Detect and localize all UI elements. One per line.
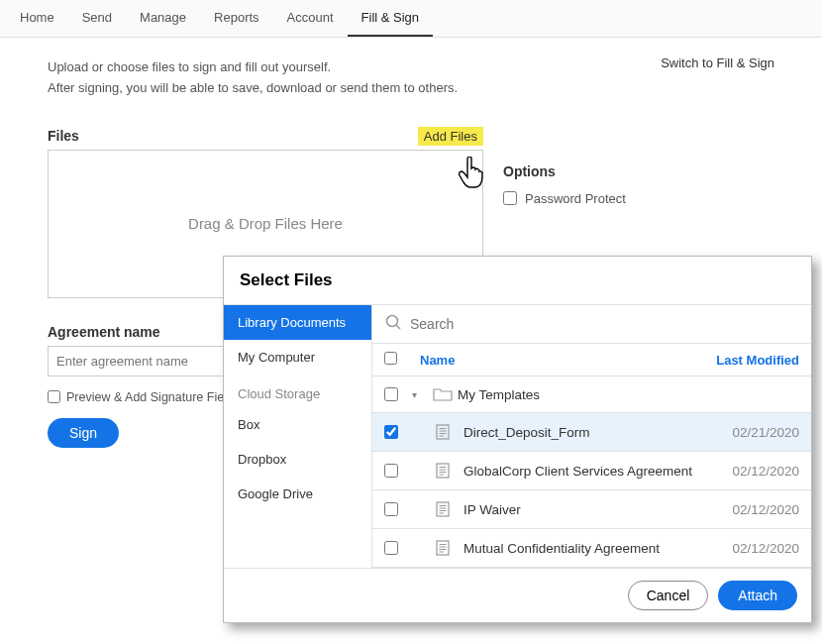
select-files-dialog: Select Files Library DocumentsMy Compute… bbox=[223, 256, 812, 623]
nav-reports[interactable]: Reports bbox=[200, 0, 273, 37]
svg-point-0 bbox=[387, 316, 398, 327]
nav-send[interactable]: Send bbox=[68, 0, 126, 37]
search-input[interactable] bbox=[410, 316, 799, 332]
password-protect-label: Password Protect bbox=[525, 191, 626, 206]
dialog-sidebar: Library DocumentsMy ComputerCloud Storag… bbox=[224, 305, 372, 568]
agreement-name-input[interactable] bbox=[48, 346, 246, 376]
sidebar-item-box[interactable]: Box bbox=[224, 407, 371, 442]
file-date: 02/21/2020 bbox=[708, 425, 799, 440]
svg-rect-12 bbox=[437, 502, 449, 516]
nav-fill-sign[interactable]: Fill & Sign bbox=[348, 0, 434, 37]
file-name: Mutual Confidentiality Agreement bbox=[458, 541, 708, 556]
folder-label: My Templates bbox=[458, 387, 708, 402]
search-row bbox=[372, 305, 811, 344]
search-icon bbox=[384, 313, 402, 335]
nav-home[interactable]: Home bbox=[6, 0, 68, 37]
file-row[interactable]: Mutual Confidentiality Agreement02/12/20… bbox=[372, 529, 811, 568]
column-name[interactable]: Name bbox=[412, 353, 708, 368]
dialog-title: Select Files bbox=[224, 257, 811, 304]
sidebar-item-google-drive[interactable]: Google Drive bbox=[224, 477, 371, 511]
row-checkbox[interactable] bbox=[384, 425, 398, 439]
options-title: Options bbox=[503, 163, 721, 179]
file-row[interactable]: GlobalCorp Client Services Agreement02/1… bbox=[372, 452, 811, 490]
row-checkbox[interactable] bbox=[384, 502, 398, 516]
sign-button[interactable]: Sign bbox=[48, 418, 119, 448]
sidebar-heading-cloud: Cloud Storage bbox=[224, 375, 371, 407]
file-row[interactable]: IP Waiver02/12/2020 bbox=[372, 490, 811, 529]
file-date: 02/12/2020 bbox=[708, 464, 799, 479]
row-checkbox[interactable] bbox=[384, 464, 398, 478]
file-date: 02/12/2020 bbox=[708, 541, 799, 556]
document-icon bbox=[428, 500, 458, 518]
password-protect-checkbox[interactable] bbox=[503, 191, 517, 205]
row-checkbox[interactable] bbox=[384, 541, 398, 555]
file-name: GlobalCorp Client Services Agreement bbox=[458, 464, 708, 479]
file-name: IP Waiver bbox=[458, 502, 708, 517]
sidebar-item-my-computer[interactable]: My Computer bbox=[224, 340, 371, 375]
table-header: Name Last Modified bbox=[372, 344, 811, 376]
document-icon bbox=[428, 539, 458, 557]
add-files-link[interactable]: Add Files bbox=[418, 127, 483, 146]
dialog-main: Name Last Modified ▾My TemplatesDirect_D… bbox=[372, 305, 811, 568]
cancel-button[interactable]: Cancel bbox=[628, 581, 709, 610]
preview-signature-checkbox[interactable] bbox=[48, 390, 60, 403]
svg-line-1 bbox=[396, 325, 400, 329]
attach-button[interactable]: Attach bbox=[718, 581, 797, 610]
svg-rect-2 bbox=[437, 425, 449, 439]
switch-fill-sign-link[interactable]: Switch to Fill & Sign bbox=[661, 55, 774, 70]
row-checkbox[interactable] bbox=[384, 387, 398, 401]
files-label: Files bbox=[48, 128, 79, 144]
preview-signature-label: Preview & Add Signature Field bbox=[66, 390, 234, 404]
document-icon bbox=[428, 423, 458, 441]
svg-rect-17 bbox=[437, 541, 449, 555]
svg-rect-7 bbox=[437, 464, 449, 478]
file-date: 02/12/2020 bbox=[708, 502, 799, 517]
document-icon bbox=[428, 462, 458, 480]
intro-line-1: Upload or choose files to sign and fill … bbox=[48, 59, 331, 74]
file-name: Direct_Deposit_Form bbox=[458, 425, 708, 440]
dialog-footer: Cancel Attach bbox=[224, 568, 811, 622]
select-all-checkbox[interactable] bbox=[384, 352, 397, 365]
nav-manage[interactable]: Manage bbox=[126, 0, 200, 37]
sidebar-item-library-documents[interactable]: Library Documents bbox=[224, 305, 371, 340]
expand-icon[interactable]: ▾ bbox=[412, 389, 428, 400]
folder-icon bbox=[428, 386, 458, 402]
dropzone-label: Drag & Drop Files Here bbox=[188, 215, 343, 232]
sidebar-item-dropbox[interactable]: Dropbox bbox=[224, 442, 371, 477]
file-row[interactable]: Direct_Deposit_Form02/21/2020 bbox=[372, 413, 811, 452]
column-last-modified[interactable]: Last Modified bbox=[708, 353, 799, 368]
folder-row[interactable]: ▾My Templates bbox=[372, 376, 811, 413]
intro-line-2: After signing, you will be able to save,… bbox=[48, 80, 458, 95]
top-nav: HomeSendManageReportsAccountFill & Sign bbox=[0, 0, 822, 38]
nav-account[interactable]: Account bbox=[273, 0, 348, 37]
